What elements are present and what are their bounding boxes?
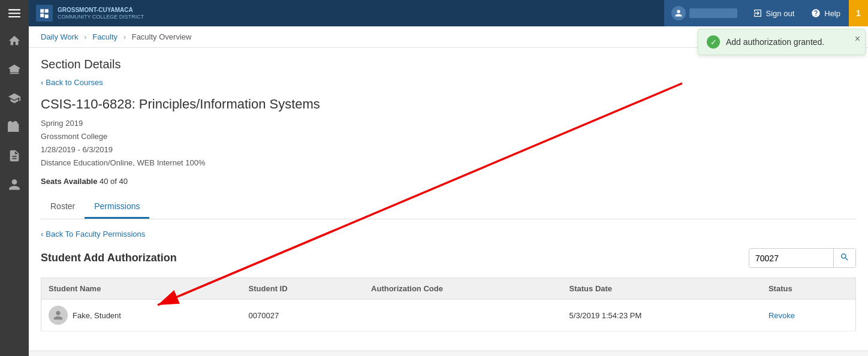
hamburger-menu[interactable]	[0, 0, 29, 26]
sidebar-documents-icon[interactable]	[0, 141, 29, 170]
course-term: Spring 2019	[41, 117, 856, 130]
toast-notification: ✓ Add authorization granted. ×	[698, 29, 866, 55]
student-name: Fake, Student	[73, 311, 121, 320]
breadcrumb-faculty[interactable]: Faculty	[92, 32, 117, 41]
user-avatar-icon	[671, 6, 686, 20]
user-name-placeholder	[689, 8, 737, 18]
auth-code-cell	[364, 300, 562, 331]
course-college: Grossmont College	[41, 130, 856, 143]
svg-rect-1	[8, 13, 20, 14]
table-row: Fake, Student 0070027 5/3/2019 1:54:23 P…	[41, 300, 856, 331]
col-student-id: Student ID	[242, 278, 364, 300]
user-section	[664, 0, 745, 26]
student-avatar	[49, 306, 68, 325]
toast-close-button[interactable]: ×	[855, 34, 860, 44]
breadcrumb-sep-1: ›	[84, 32, 86, 41]
status-date-cell: 5/3/2019 1:54:23 PM	[562, 300, 761, 331]
course-title: CSIS-110-6828: Principles/Information Sy…	[41, 96, 856, 112]
page-content: Section Details ‹ Back to Courses CSIS-1…	[29, 48, 868, 351]
page-title: Section Details	[41, 58, 856, 71]
svg-rect-0	[8, 9, 20, 10]
sidebar-user-icon[interactable]	[0, 170, 29, 199]
logo-text: GROSSMONT-CUYAMACA COMMUNITY COLLEGE DIS…	[58, 7, 144, 20]
tab-permissions[interactable]: Permissions	[85, 195, 149, 219]
logo-area: GROSSMONT-CUYAMACA COMMUNITY COLLEGE DIS…	[36, 5, 144, 22]
seats-label: Seats Available	[41, 177, 97, 186]
back-to-permissions-link[interactable]: ‹ Back To Faculty Permissions	[41, 230, 145, 239]
search-box	[749, 248, 856, 268]
breadcrumb-current: Faculty Overview	[132, 32, 192, 41]
sign-out-label: Sign out	[766, 9, 795, 18]
main-container: GROSSMONT-CUYAMACA COMMUNITY COLLEGE DIS…	[29, 0, 868, 356]
breadcrumb-sep-2: ›	[123, 32, 126, 41]
sidebar	[0, 0, 29, 356]
col-status-date: Status Date	[562, 278, 761, 300]
section-header: Student Add Authorization	[41, 248, 856, 268]
section-title: Student Add Authorization	[41, 252, 177, 264]
search-button[interactable]	[833, 249, 855, 267]
chevron-left-icon: ‹	[41, 78, 43, 87]
tabs: Roster Permissions	[41, 195, 856, 219]
sidebar-home-icon[interactable]	[0, 26, 29, 55]
authorization-table: Student Name Student ID Authorization Co…	[41, 277, 856, 331]
student-name-cell: Fake, Student	[41, 300, 242, 331]
notification-badge[interactable]: 1	[849, 0, 868, 26]
toast-check-icon: ✓	[707, 35, 720, 49]
seats-info: Seats Available 40 of 40	[41, 177, 856, 186]
course-delivery: Distance Education/Online, WEB Internet …	[41, 156, 856, 170]
content-area: ✓ Add authorization granted. × Daily Wor…	[29, 26, 868, 356]
sidebar-work-icon[interactable]	[0, 113, 29, 141]
course-meta: Spring 2019 Grossmont College 1/28/2019 …	[41, 117, 856, 170]
toast-message: Add authorization granted.	[726, 37, 824, 47]
student-id-cell: 0070027	[242, 300, 364, 331]
logo-icon	[36, 5, 53, 22]
top-header: GROSSMONT-CUYAMACA COMMUNITY COLLEGE DIS…	[29, 0, 868, 26]
permissions-section: ‹ Back To Faculty Permissions Student Ad…	[41, 219, 856, 341]
course-dates: 1/28/2019 - 6/3/2019	[41, 143, 856, 156]
status-cell: Revoke	[761, 300, 856, 331]
breadcrumb-daily-work[interactable]: Daily Work	[41, 32, 79, 41]
revoke-link[interactable]: Revoke	[768, 311, 795, 320]
search-input[interactable]	[749, 250, 833, 267]
col-student-name: Student Name	[41, 278, 242, 300]
sign-out-button[interactable]: Sign out	[745, 0, 803, 26]
sidebar-academics-icon[interactable]	[0, 84, 29, 113]
sidebar-institution-icon[interactable]	[0, 55, 29, 84]
col-auth-code: Authorization Code	[364, 278, 562, 300]
chevron-left-icon-2: ‹	[41, 230, 43, 239]
help-label: Help	[824, 9, 840, 18]
col-status: Status	[761, 278, 856, 300]
tab-roster[interactable]: Roster	[41, 195, 85, 219]
svg-rect-2	[8, 16, 20, 17]
help-button[interactable]: Help	[803, 0, 849, 26]
footer: © 2000-2019 Ellucian Company L.P. and it…	[29, 351, 868, 356]
student-cell: Fake, Student	[49, 306, 234, 325]
header-right: Sign out Help 1	[664, 0, 868, 26]
back-to-courses-link[interactable]: ‹ Back to Courses	[41, 78, 103, 87]
